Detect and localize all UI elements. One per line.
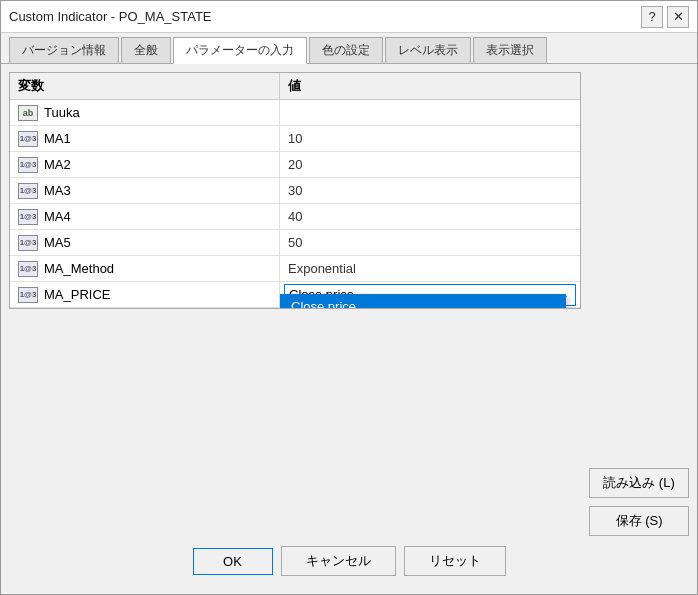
title-bar: Custom Indicator - PO_MA_STATE ? ✕	[1, 1, 697, 33]
row-var-ma3: 1@3 MA3	[10, 178, 280, 203]
ok-button[interactable]: OK	[193, 548, 273, 575]
type-badge-123: 1@3	[18, 209, 38, 225]
help-button[interactable]: ?	[641, 6, 663, 28]
row-var-ma5: 1@3 MA5	[10, 230, 280, 255]
window-title-text: Custom Indicator - PO_MA_STATE	[9, 9, 212, 24]
cancel-button[interactable]: キャンセル	[281, 546, 396, 576]
dropdown-item-close[interactable]: Close price	[281, 295, 565, 309]
tab-display-selection[interactable]: 表示選択	[473, 37, 547, 63]
type-badge-123: 1@3	[18, 183, 38, 199]
row-var-ma-price: 1@3 MA_PRICE	[10, 282, 280, 307]
var-name-ma3: MA3	[44, 183, 71, 198]
row-val-ma-method: Exponential	[280, 259, 580, 278]
row-val-ma4: 40	[280, 207, 580, 226]
tab-general[interactable]: 全般	[121, 37, 171, 63]
title-buttons: ? ✕	[641, 6, 689, 28]
main-layout: 変数 値 ab Tuuka 1@3	[9, 72, 689, 536]
tab-version-info[interactable]: バージョン情報	[9, 37, 119, 63]
table-header: 変数 値	[10, 73, 580, 100]
tab-content: 変数 値 ab Tuuka 1@3	[1, 64, 697, 594]
tab-parameters[interactable]: パラメーターの入力	[173, 37, 307, 64]
close-button[interactable]: ✕	[667, 6, 689, 28]
var-name-ma5: MA5	[44, 235, 71, 250]
load-button[interactable]: 読み込み (L)	[589, 468, 689, 498]
col-val-header: 値	[280, 73, 580, 99]
table-row: ab Tuuka	[10, 100, 580, 126]
type-badge-123: 1@3	[18, 157, 38, 173]
row-val-ma5: 50	[280, 233, 580, 252]
table-row: 1@3 MA5 50	[10, 230, 580, 256]
col-var-header: 変数	[10, 73, 280, 99]
save-button[interactable]: 保存 (S)	[589, 506, 689, 536]
table-row: 1@3 MA4 40	[10, 204, 580, 230]
row-var-ma4: 1@3 MA4	[10, 204, 280, 229]
var-name-ma2: MA2	[44, 157, 71, 172]
tab-color-settings[interactable]: 色の設定	[309, 37, 383, 63]
row-val-ma2: 20	[280, 155, 580, 174]
tab-bar: バージョン情報 全般 パラメーターの入力 色の設定 レベル表示 表示選択	[1, 33, 697, 64]
type-badge-123: 1@3	[18, 131, 38, 147]
table-row: 1@3 MA3 30	[10, 178, 580, 204]
type-badge-123: 1@3	[18, 287, 38, 303]
row-var-ma2: 1@3 MA2	[10, 152, 280, 177]
row-var-tuuka: ab Tuuka	[10, 100, 280, 125]
parameter-table-area: 変数 値 ab Tuuka 1@3	[9, 72, 581, 536]
table-row: 1@3 MA2 20	[10, 152, 580, 178]
window-title: Custom Indicator - PO_MA_STATE	[9, 9, 212, 24]
var-name-tuuka: Tuuka	[44, 105, 80, 120]
type-badge-123: 1@3	[18, 235, 38, 251]
tab-level-display[interactable]: レベル表示	[385, 37, 471, 63]
row-val-tuuka	[280, 111, 580, 115]
row-var-ma1: 1@3 MA1	[10, 126, 280, 151]
table-row: 1@3 MA_Method Exponential	[10, 256, 580, 282]
type-badge-ab: ab	[18, 105, 38, 121]
reset-button[interactable]: リセット	[404, 546, 506, 576]
var-name-ma1: MA1	[44, 131, 71, 146]
parameter-table: 変数 値 ab Tuuka 1@3	[9, 72, 581, 309]
var-name-ma-method: MA_Method	[44, 261, 114, 276]
table-row: 1@3 MA1 10	[10, 126, 580, 152]
main-window: Custom Indicator - PO_MA_STATE ? ✕ バージョン…	[0, 0, 698, 595]
row-val-ma3: 30	[280, 181, 580, 200]
side-buttons-area: 読み込み (L) 保存 (S)	[589, 72, 689, 536]
row-var-ma-method: 1@3 MA_Method	[10, 256, 280, 281]
action-buttons-row: OK キャンセル リセット	[9, 536, 689, 586]
dropdown-list: Close price Open price High price Low pr…	[280, 294, 566, 309]
row-val-ma1: 10	[280, 129, 580, 148]
type-badge-123: 1@3	[18, 261, 38, 277]
var-name-ma-price: MA_PRICE	[44, 287, 110, 302]
var-name-ma4: MA4	[44, 209, 71, 224]
